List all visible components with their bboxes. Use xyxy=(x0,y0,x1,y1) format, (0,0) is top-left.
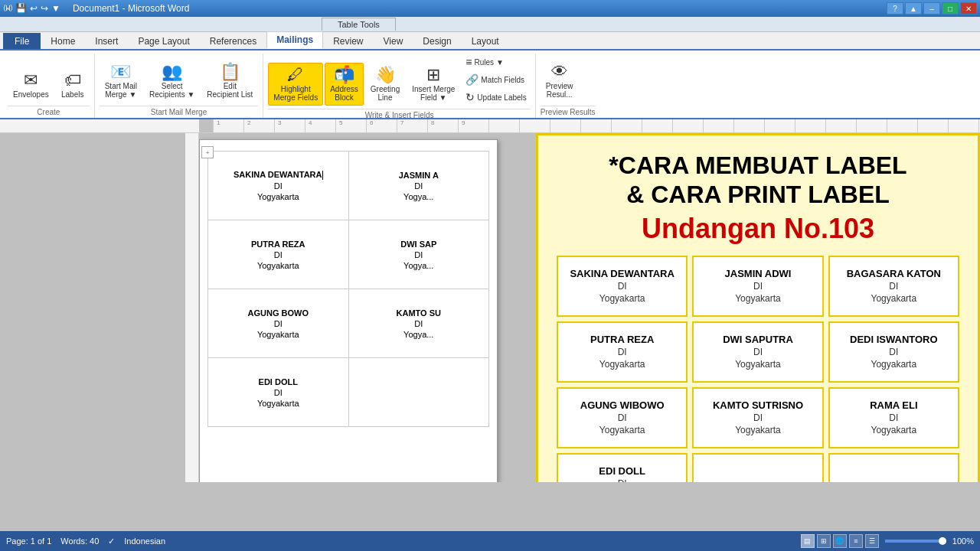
status-check: ✓ xyxy=(108,536,115,546)
label-cell-2[interactable]: JASMIN A DI Yogya... xyxy=(348,152,489,220)
view-buttons: ▤ ⊞ 🌐 ≡ ☰ xyxy=(801,534,879,548)
qat-redo[interactable]: ↪ xyxy=(41,3,48,14)
overlay-di-1: DI xyxy=(618,281,627,292)
label-name-1: SAKINA DEWANTARA xyxy=(211,170,345,180)
maximize-btn[interactable]: □ xyxy=(942,2,959,15)
overlay-di-7: DI xyxy=(618,412,627,423)
ribbon-group-preview: 👁 PreviewResul... Preview Results xyxy=(536,54,600,118)
label-name-6: KAMTO SU xyxy=(352,308,486,318)
ribbon-group-write-insert: 🖊 HighlightMerge Fields 📬 AddressBlock 👋… xyxy=(263,54,536,118)
view-print-layout[interactable]: ▤ xyxy=(801,534,815,548)
tab-layout[interactable]: Layout xyxy=(462,33,509,49)
label-cell-5[interactable]: AGUNG BOWO DI Yogyakarta xyxy=(208,289,349,358)
view-full-reading[interactable]: ⊞ xyxy=(817,534,831,548)
overlay-name-8: KAMTO SUTRISNO xyxy=(713,399,803,411)
qat-undo[interactable]: ↩ xyxy=(30,3,38,14)
table-tools-bar: Table Tools xyxy=(0,17,980,32)
vertical-ruler xyxy=(185,133,199,482)
overlay-name-7: AGUNG WIBOWO xyxy=(580,399,665,411)
ruler-corner xyxy=(199,119,213,132)
label-cell-3[interactable]: PUTRA REZA DI Yogyakarta xyxy=(208,220,349,289)
label-cell-4[interactable]: DWI SAP DI Yogya... xyxy=(348,220,489,289)
highlight-icon: 🖊 xyxy=(287,67,304,83)
ribbon-group-mail-merge: 📧 Start MailMerge ▼ 👥 SelectRecipients ▼… xyxy=(95,54,264,118)
overlay-label-9: RAMA ELI DI Yogyakarta xyxy=(828,387,959,448)
overlay-di-5: DI xyxy=(753,347,763,357)
label-cell-6[interactable]: KAMTO SU DI Yogya... xyxy=(348,289,489,358)
labels-icon: 🏷 xyxy=(64,72,81,89)
label-name-7: EDI DOLL xyxy=(211,377,345,386)
edit-list-icon: 📋 xyxy=(220,64,240,80)
greeting-line-button[interactable]: 👋 GreetingLine xyxy=(365,63,405,106)
preview-results-button[interactable]: 👁 PreviewResul... xyxy=(541,60,579,103)
edit-recipient-list-button[interactable]: 📋 EditRecipient List xyxy=(201,60,258,103)
rules-button[interactable]: ≡ Rules ▼ xyxy=(462,54,531,70)
page-handle[interactable]: + xyxy=(201,146,214,158)
update-labels-button[interactable]: ↻ Update Labels xyxy=(462,89,531,106)
tab-page-layout[interactable]: Page Layout xyxy=(128,33,199,49)
insert-merge-field-label: Insert MergeField ▼ xyxy=(412,85,455,102)
tab-mailings[interactable]: Mailings xyxy=(266,31,323,49)
label-city-3: Yogyakarta xyxy=(211,261,345,270)
label-name-2: JASMIN A xyxy=(352,171,486,180)
overlay-city-4: Yogyakarta xyxy=(599,359,645,370)
tab-design[interactable]: Design xyxy=(413,33,461,49)
address-block-label: AddressBlock xyxy=(330,85,358,102)
ribbon-toggle[interactable]: ▲ xyxy=(905,2,922,15)
left-margin xyxy=(0,133,199,482)
view-outline[interactable]: ≡ xyxy=(849,534,863,548)
tab-home[interactable]: Home xyxy=(41,33,85,49)
overlay-di-6: DI xyxy=(889,347,898,357)
overlay-label-7: AGUNG WIBOWO DI Yogyakarta xyxy=(557,387,688,448)
help-btn[interactable]: ? xyxy=(887,2,903,15)
qat-more[interactable]: ▼ xyxy=(51,3,60,14)
tab-references[interactable]: References xyxy=(200,33,266,49)
minimize-btn[interactable]: – xyxy=(923,2,940,15)
view-draft[interactable]: ☰ xyxy=(865,534,879,548)
match-fields-button[interactable]: 🔗 Match Fields xyxy=(462,71,531,88)
merge-field-icon: ⊞ xyxy=(426,67,440,83)
overlay-city-6: Yogyakarta xyxy=(871,359,917,370)
address-icon: 📬 xyxy=(334,67,354,83)
table-row: SAKINA DEWANTARA DI Yogyakarta JASMIN A … xyxy=(208,152,489,220)
label-cell-8[interactable] xyxy=(348,358,489,427)
overlay-di-4: DI xyxy=(618,347,627,357)
address-block-button[interactable]: 📬 AddressBlock xyxy=(325,63,364,106)
tab-file[interactable]: File xyxy=(3,33,41,49)
overlay-di-9: DI xyxy=(889,412,898,423)
view-web-layout[interactable]: 🌐 xyxy=(833,534,847,548)
insert-merge-field-button[interactable]: ⊞ Insert MergeField ▼ xyxy=(407,63,460,106)
close-btn[interactable]: ✕ xyxy=(960,2,977,15)
document-page[interactable]: + SAKINA DEWANTARA DI Yogyakarta JASMIN … xyxy=(199,139,498,482)
qat-save[interactable]: 💾 xyxy=(15,3,27,14)
labels-button[interactable]: 🏷 Labels xyxy=(56,68,90,103)
edit-recipient-list-label: EditRecipient List xyxy=(207,82,253,99)
start-mail-merge-button[interactable]: 📧 Start MailMerge ▼ xyxy=(100,60,142,103)
overlay-city-3: Yogyakarta xyxy=(871,293,917,304)
highlight-merge-fields-button[interactable]: 🖊 HighlightMerge Fields xyxy=(268,63,323,106)
tab-insert[interactable]: Insert xyxy=(85,33,128,49)
mail-merge-group-label: Start Mail Merge xyxy=(100,106,259,118)
envelopes-label: Envelopes xyxy=(13,90,49,99)
label-cell-1[interactable]: SAKINA DEWANTARA DI Yogyakarta xyxy=(208,152,349,220)
status-language[interactable]: Indonesian xyxy=(124,536,165,546)
envelopes-button[interactable]: ✉ Envelopes xyxy=(8,68,54,103)
rules-label: Rules xyxy=(475,58,495,67)
document-area: + SAKINA DEWANTARA DI Yogyakarta JASMIN … xyxy=(0,133,980,482)
ribbon-tabs: File Home Insert Page Layout References … xyxy=(0,32,980,51)
zoom-slider[interactable] xyxy=(885,540,946,543)
label-cell-7[interactable]: EDI DOLL DI Yogyakarta xyxy=(208,358,349,427)
overlay-di-2: DI xyxy=(753,281,763,292)
overlay-label-3: BAGASARA KATON DI Yogyakarta xyxy=(828,256,959,317)
tab-view[interactable]: View xyxy=(374,33,413,49)
rules-col: ≡ Rules ▼ 🔗 Match Fields ↻ Update Labels xyxy=(462,54,531,106)
overlay-city-8: Yogyakarta xyxy=(735,425,781,435)
tab-review[interactable]: Review xyxy=(323,33,373,49)
select-recipients-button[interactable]: 👥 SelectRecipients ▼ xyxy=(144,60,200,103)
start-mail-merge-label: Start MailMerge ▼ xyxy=(105,82,137,99)
status-bar: Page: 1 of 1 Words: 40 ✓ Indonesian ▤ ⊞ … xyxy=(0,531,980,551)
label-di-6: DI xyxy=(352,319,486,328)
document-content[interactable]: + SAKINA DEWANTARA DI Yogyakarta JASMIN … xyxy=(199,133,980,482)
zoom-thumb[interactable] xyxy=(939,537,946,545)
app-icon: 🄦 xyxy=(3,3,12,14)
